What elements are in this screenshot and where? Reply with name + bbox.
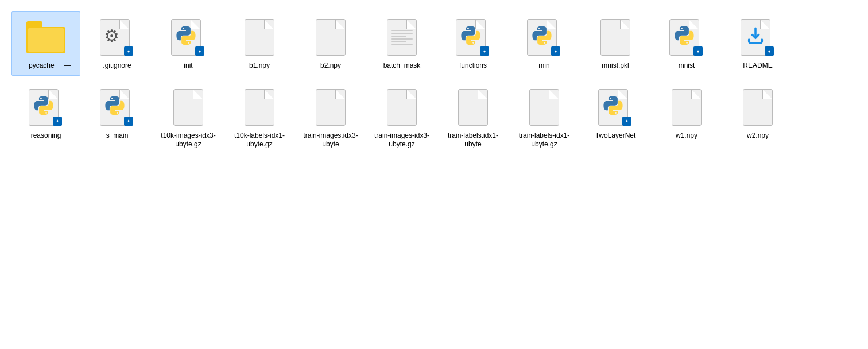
file-label: b2.npy [320, 61, 341, 71]
file-label: README [743, 61, 772, 71]
file-item-min[interactable]: ♦ min [510, 11, 579, 76]
file-label: t10k-labels-idx1-ubyte.gz [228, 131, 291, 149]
file-item-w2npy[interactable]: w2.npy [723, 82, 792, 154]
file-item-mnistpkl[interactable]: mnist.pkl [581, 11, 650, 76]
vscode-badge: ♦ [195, 46, 204, 56]
vscode-badge: ♦ [693, 46, 703, 56]
download-file-icon: ♦ [741, 19, 775, 56]
generic-file-icon [245, 89, 274, 126]
file-label: mnist [679, 61, 695, 71]
file-label: functions [459, 61, 487, 71]
file-item-t10k-images[interactable]: t10k-images-idx3-ubyte.gz [154, 82, 223, 154]
file-icon-wrap [452, 87, 494, 128]
file-icon-wrap [310, 17, 351, 58]
file-icon-wrap: ♦ [737, 17, 778, 58]
file-icon-wrap: ♦ [452, 17, 494, 58]
file-item-train-labels-gz[interactable]: train-labels-idx1-ubyte.gz [510, 82, 579, 154]
generic-file-icon [173, 89, 203, 126]
file-icon-wrap [595, 17, 636, 58]
file-icon-wrap [239, 87, 280, 128]
generic-file-icon [529, 89, 559, 126]
file-icon-wrap: ♦ [96, 87, 138, 128]
file-label: TwoLayerNet [595, 131, 636, 141]
file-icon-wrap [25, 17, 67, 58]
file-item-reasoning[interactable]: ♦ reasoning [11, 82, 80, 154]
file-item-batch_mask[interactable]: batch_mask [367, 11, 436, 76]
vscode-badge: ♦ [765, 46, 774, 56]
file-icon-wrap: ♦ [524, 17, 565, 58]
file-item-s_main[interactable]: ♦ s_main [83, 82, 152, 154]
file-icon-wrap [666, 87, 707, 128]
file-label: batch_mask [383, 61, 421, 71]
generic-file-icon [743, 89, 773, 126]
file-explorer-grid: __pycache__ — ⚙ ♦ .gitignore ♦ __init__ … [11, 11, 857, 154]
vscode-badge: ♦ [480, 46, 489, 56]
file-label: w2.npy [747, 131, 769, 141]
text-file-icon [387, 19, 417, 56]
file-icon-wrap [381, 87, 423, 128]
file-label: t10k-images-idx3-ubyte.gz [157, 131, 220, 149]
file-icon-wrap [310, 87, 351, 128]
python-file-icon: ♦ [669, 19, 704, 56]
file-icon-wrap: ♦ [666, 17, 707, 58]
vscode-badge: ♦ [124, 117, 133, 126]
generic-file-icon [316, 89, 346, 126]
vscode-badge: ♦ [551, 46, 560, 56]
file-label: b1.npy [249, 61, 270, 71]
vscode-badge: ♦ [124, 46, 133, 56]
file-label: mnist.pkl [602, 61, 629, 71]
file-item-pycache[interactable]: __pycache__ — [11, 11, 80, 76]
file-label: train-labels.idx1-ubyte [441, 131, 505, 149]
file-label: .gitignore [103, 61, 131, 71]
file-icon-wrap: ⚙ ♦ [96, 17, 138, 58]
file-item-init[interactable]: ♦ __init__ [154, 11, 223, 76]
vscode-badge: ♦ [622, 117, 631, 126]
gear-file-icon: ⚙ ♦ [100, 19, 134, 56]
file-label: train-labels-idx1-ubyte.gz [513, 131, 576, 149]
file-item-train-images-ubyte[interactable]: train-images.idx3-ubyte [296, 82, 365, 154]
file-icon-wrap [381, 17, 423, 58]
file-label: s_main [106, 131, 129, 141]
file-item-mnist[interactable]: ♦ mnist [652, 11, 721, 76]
file-label: train-images.idx3-ubyte [299, 131, 362, 149]
file-icon-wrap [737, 87, 778, 128]
file-item-b2npy[interactable]: b2.npy [296, 11, 365, 76]
file-label: min [538, 61, 549, 71]
generic-file-icon [458, 89, 488, 126]
generic-file-icon [387, 89, 417, 126]
file-icon-wrap [239, 17, 280, 58]
python-file-icon: ♦ [598, 89, 633, 126]
file-icon-wrap: ♦ [25, 87, 67, 128]
generic-file-icon [245, 19, 274, 56]
python-file-icon: ♦ [100, 89, 134, 126]
file-item-functions[interactable]: ♦ functions [439, 11, 507, 76]
file-label: w1.npy [676, 131, 698, 141]
python-file-icon: ♦ [456, 19, 490, 56]
file-icon-wrap: ♦ [595, 87, 636, 128]
file-item-w1npy[interactable]: w1.npy [652, 82, 721, 154]
file-item-twolayernet[interactable]: ♦ TwoLayerNet [581, 82, 650, 154]
file-item-gitignore[interactable]: ⚙ ♦ .gitignore [83, 11, 152, 76]
file-item-b1npy[interactable]: b1.npy [225, 11, 294, 76]
generic-file-icon [600, 19, 630, 56]
file-label: reasoning [31, 131, 61, 141]
python-file-icon: ♦ [29, 89, 63, 126]
file-icon-wrap [168, 87, 209, 128]
file-icon-wrap: ♦ [168, 17, 209, 58]
file-item-train-images-gz[interactable]: train-images-idx3-ubyte.gz [367, 82, 436, 154]
generic-file-icon [672, 89, 702, 126]
file-item-train-labels-ubyte[interactable]: train-labels.idx1-ubyte [439, 82, 507, 154]
folder-icon [26, 21, 65, 53]
file-label: train-images-idx3-ubyte.gz [370, 131, 433, 149]
generic-file-icon [316, 19, 346, 56]
file-item-readme[interactable]: ♦ README [723, 11, 792, 76]
file-icon-wrap [524, 87, 565, 128]
vscode-badge: ♦ [53, 117, 62, 126]
file-label: __pycache__ — [21, 61, 71, 71]
python-file-icon: ♦ [527, 19, 561, 56]
file-item-t10k-labels[interactable]: t10k-labels-idx1-ubyte.gz [225, 82, 294, 154]
file-label: __init__ [176, 61, 200, 71]
python-file-icon: ♦ [171, 19, 206, 56]
